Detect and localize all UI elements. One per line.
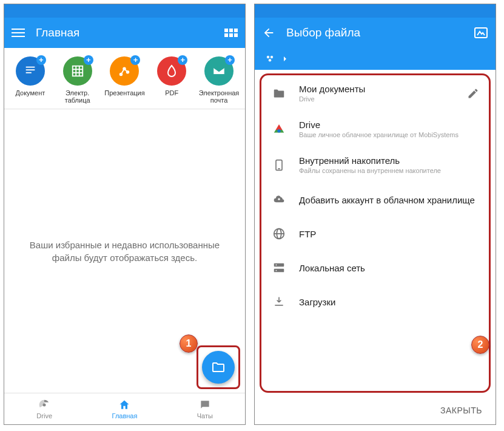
status-bar	[255, 4, 496, 18]
svg-point-24	[276, 265, 277, 266]
svg-rect-22	[274, 263, 284, 267]
pdf-icon: +	[157, 56, 186, 86]
location-my-docs[interactable]: Мои документы Drive	[261, 75, 489, 111]
phone-icon	[271, 158, 287, 172]
create-email[interactable]: + Электронная почта	[197, 56, 241, 104]
spreadsheet-icon: +	[63, 56, 92, 86]
location-internal[interactable]: Внутренний накопитель Файлы сохранены на…	[261, 147, 489, 183]
drive-icon	[38, 399, 50, 411]
app-title: Главная	[36, 26, 79, 39]
create-row: + Документ + Электр. таблица + Презентац…	[4, 48, 245, 109]
svg-point-15	[269, 59, 272, 62]
svg-rect-1	[26, 69, 35, 70]
svg-point-14	[270, 56, 274, 59]
location-downloads[interactable]: Загрузки	[261, 285, 489, 319]
email-icon: +	[204, 56, 234, 86]
svg-rect-0	[26, 67, 35, 68]
drive-cloud-icon	[271, 123, 287, 136]
view-grid-icon[interactable]	[224, 29, 238, 37]
app-logo-icon[interactable]	[474, 27, 488, 39]
locations-highlight: Мои документы Drive Drive Ваше личное об…	[260, 73, 491, 393]
download-icon	[271, 295, 287, 308]
create-spreadsheet[interactable]: + Электр. таблица	[56, 56, 99, 104]
create-document[interactable]: + Документ	[8, 56, 52, 104]
location-add-cloud[interactable]: Добавить аккаунт в облачном хранилище	[261, 183, 489, 217]
menu-icon[interactable]	[12, 29, 25, 37]
browse-fab[interactable]	[202, 351, 235, 384]
svg-rect-2	[26, 72, 32, 73]
breadcrumb-root-icon[interactable]	[263, 53, 277, 64]
svg-point-13	[267, 56, 270, 59]
folder-icon	[271, 87, 287, 100]
svg-rect-23	[274, 269, 284, 273]
location-lan[interactable]: Локальная сеть	[261, 251, 489, 285]
app-bar: Выбор файла	[255, 18, 496, 48]
edit-icon[interactable]	[467, 87, 479, 100]
svg-point-16	[277, 129, 281, 133]
create-pdf[interactable]: + PDF	[150, 56, 193, 104]
svg-rect-26	[275, 305, 283, 306]
breadcrumb-bar	[255, 48, 496, 70]
svg-rect-3	[72, 66, 82, 76]
annotation-badge-2: 2	[471, 336, 489, 354]
globe-icon	[271, 227, 287, 240]
document-icon: +	[16, 56, 45, 86]
chevron-right-icon	[280, 54, 290, 64]
nav-drive[interactable]: Drive	[4, 393, 84, 424]
fab-highlight	[197, 345, 240, 389]
close-button[interactable]: ЗАКРЫТЬ	[255, 396, 496, 424]
screen-file-picker: Выбор файла Мои документы Drive Drive Ва…	[254, 4, 496, 425]
status-bar	[4, 4, 245, 18]
location-ftp[interactable]: FTP	[261, 217, 489, 251]
nav-chats[interactable]: Чаты	[165, 393, 245, 424]
nav-home[interactable]: Главная	[84, 393, 164, 424]
folder-icon	[211, 360, 226, 375]
app-bar: Главная	[4, 18, 245, 48]
bottom-nav: Drive Главная Чаты	[4, 393, 245, 424]
home-icon	[118, 399, 130, 411]
presentation-icon: +	[110, 56, 139, 86]
create-presentation[interactable]: + Презентация	[102, 56, 146, 104]
back-icon[interactable]	[262, 26, 275, 39]
cloud-add-icon	[271, 194, 287, 206]
chat-icon	[199, 399, 211, 411]
picker-title: Выбор файла	[286, 26, 360, 39]
location-drive[interactable]: Drive Ваше личное облачное хранилище от …	[261, 111, 489, 147]
annotation-badge-1: 1	[180, 334, 198, 353]
server-icon	[271, 261, 287, 274]
screen-home: Главная + Документ + Электр. таблица + П…	[4, 4, 246, 425]
svg-point-25	[276, 270, 277, 271]
